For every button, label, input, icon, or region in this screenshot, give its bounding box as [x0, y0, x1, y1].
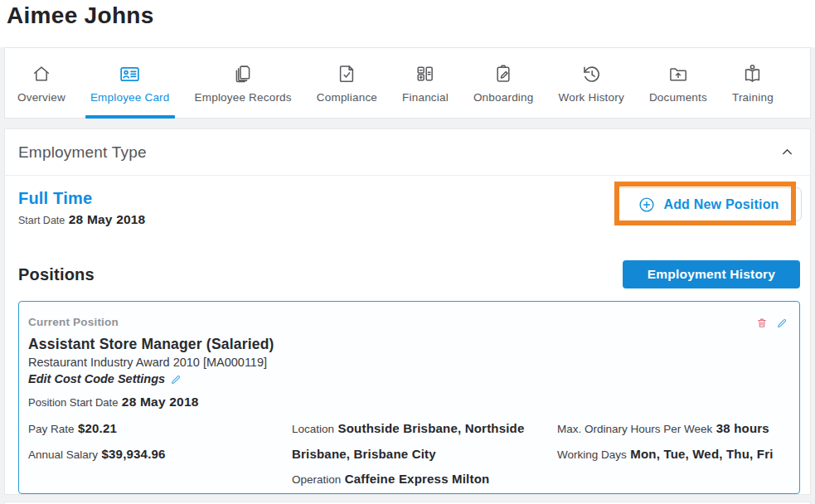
working-days-value: Mon, Tue, Wed, Thu, Fri: [630, 447, 773, 461]
tab-documents[interactable]: Documents: [637, 48, 720, 118]
history-clock-icon: [580, 63, 603, 85]
edit-pencil-icon: [776, 317, 788, 329]
employee-tab-bar: Overview Employee Card Employee Records: [4, 47, 811, 119]
position-fields-grid: Pay Rate $20.21 Annual Salary $39,934.96…: [28, 416, 791, 492]
employment-type-body: Full Time Start Date 28 May 2018 Add New…: [5, 176, 810, 494]
clipboard-pencil-icon: [492, 63, 514, 85]
tab-label: Employee Card: [90, 91, 170, 104]
home-icon: [31, 63, 52, 85]
tab-employee-records[interactable]: Employee Records: [182, 48, 304, 118]
position-title: Assistant Store Manager (Salaried): [28, 334, 791, 354]
start-date-value: 28 May 2018: [69, 212, 146, 226]
operation-label: Operation: [292, 473, 341, 486]
position-start-date-value: 28 May 2018: [122, 395, 199, 409]
tab-employee-card[interactable]: Employee Card: [78, 48, 182, 118]
employment-type-info: Full Time Start Date 28 May 2018: [18, 187, 145, 230]
delete-position-button[interactable]: [756, 317, 768, 329]
add-new-position-area: Add New Position: [615, 187, 802, 221]
add-new-position-label: Add New Position: [663, 197, 779, 212]
pay-column: Pay Rate $20.21 Annual Salary $39,934.96: [28, 416, 292, 492]
tab-financial[interactable]: Financial: [390, 48, 461, 118]
pay-rate-label: Pay Rate: [28, 423, 75, 435]
stacked-pages-icon: [232, 63, 254, 85]
start-date-label: Start Date: [18, 215, 65, 226]
tab-training[interactable]: Training: [720, 48, 786, 118]
annual-salary-value: $39,934.96: [102, 447, 166, 461]
location-label: Location: [292, 423, 334, 435]
operation-value: Caffeine Express Milton: [345, 472, 490, 486]
tab-compliance[interactable]: Compliance: [304, 48, 390, 118]
tab-label: Training: [732, 91, 774, 104]
location-column: Location Southside Brisbane, Northside B…: [292, 416, 557, 492]
operation-field: Operation Caffeine Express Milton: [292, 467, 557, 492]
tab-work-history[interactable]: Work History: [546, 48, 636, 118]
tab-label: Overview: [17, 91, 65, 104]
annual-salary-label: Annual Salary: [28, 448, 98, 461]
position-start-date-row: Position Start Date 28 May 2018: [28, 393, 791, 412]
delete-trash-icon: [756, 317, 768, 329]
tab-label: Compliance: [317, 91, 377, 104]
add-new-position-button[interactable]: Add New Position: [615, 187, 802, 221]
edit-pencil-icon: [170, 374, 182, 385]
edit-cost-code-link[interactable]: Edit Cost Code Settings: [28, 371, 182, 388]
current-position-card: Current Position Assistant Store Manager…: [18, 301, 800, 494]
max-hours-field: Max. Ordinary Hours Per Week 38 hours: [557, 416, 791, 442]
page-header: Aimee Johns: [0, 0, 815, 47]
tab-onboarding[interactable]: Onboarding: [461, 48, 546, 118]
tab-label: Financial: [402, 91, 449, 104]
location-field: Location Southside Brisbane, Northside B…: [292, 416, 557, 467]
id-card-icon: [119, 63, 141, 85]
position-actions: [756, 317, 788, 329]
pay-rate-field: Pay Rate $20.21: [28, 416, 292, 442]
hours-column: Max. Ordinary Hours Per Week 38 hours Wo…: [557, 416, 791, 492]
tab-label: Work History: [558, 91, 623, 104]
chevron-up-icon: [779, 144, 795, 160]
section-title: Employment Type: [18, 143, 147, 162]
tab-label: Onboarding: [473, 91, 534, 104]
employment-type-section: Employment Type Full Time Start Date 28 …: [4, 128, 811, 495]
working-days-label: Working Days: [557, 448, 627, 461]
collapse-section-button[interactable]: [779, 144, 795, 160]
edit-cost-code-label: Edit Cost Code Settings: [28, 371, 165, 388]
current-position-badge: Current Position: [28, 315, 791, 330]
document-check-icon: [336, 63, 357, 85]
open-book-reader-icon: [741, 63, 764, 85]
employment-type-value: Full Time: [18, 187, 145, 209]
tab-overview[interactable]: Overview: [5, 48, 78, 118]
positions-heading: Positions: [18, 265, 95, 284]
annual-salary-field: Annual Salary $39,934.96: [28, 442, 292, 468]
max-hours-label: Max. Ordinary Hours Per Week: [557, 423, 712, 435]
employee-name-title: Aimee Johns: [0, 0, 815, 29]
pay-rate-value: $20.21: [78, 421, 117, 435]
tab-label: Documents: [649, 91, 707, 104]
employment-type-header: Employment Type: [5, 129, 810, 176]
folder-upload-icon: [667, 63, 689, 85]
working-days-field: Working Days Mon, Tue, Wed, Thu, Fri: [557, 442, 791, 468]
position-start-date-label: Position Start Date: [28, 396, 118, 409]
start-date-line: Start Date 28 May 2018: [18, 211, 145, 230]
max-hours-value: 38 hours: [716, 421, 769, 435]
employment-history-button[interactable]: Employment History: [623, 260, 800, 288]
calculator-icon: [415, 63, 436, 85]
edit-position-button[interactable]: [776, 317, 788, 329]
position-award: Restaurant Industry Award 2010 [MA000119…: [28, 354, 791, 371]
plus-circle-icon: [638, 196, 656, 214]
tab-label: Employee Records: [195, 91, 292, 104]
